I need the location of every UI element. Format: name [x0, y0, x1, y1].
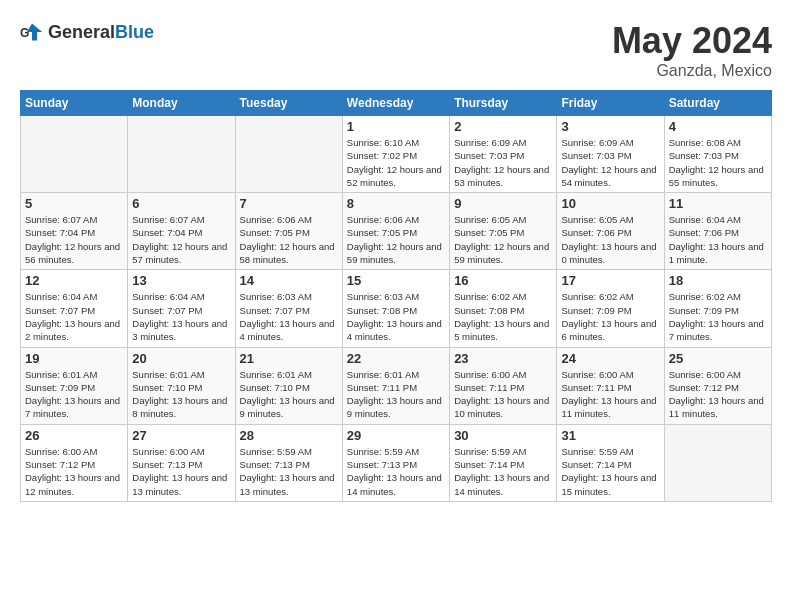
day-number: 10 [561, 196, 659, 211]
day-info: Sunrise: 6:07 AM Sunset: 7:04 PM Dayligh… [25, 213, 123, 266]
table-row: 9 Sunrise: 6:05 AM Sunset: 7:05 PM Dayli… [450, 193, 557, 270]
day-number: 13 [132, 273, 230, 288]
table-row: 21 Sunrise: 6:01 AM Sunset: 7:10 PM Dayl… [235, 347, 342, 424]
day-number: 3 [561, 119, 659, 134]
day-number: 21 [240, 351, 338, 366]
header-saturday: Saturday [664, 91, 771, 116]
day-number: 15 [347, 273, 445, 288]
table-row: 31 Sunrise: 5:59 AM Sunset: 7:14 PM Dayl… [557, 424, 664, 501]
day-info: Sunrise: 6:01 AM Sunset: 7:11 PM Dayligh… [347, 368, 445, 421]
logo-text-blue: Blue [115, 22, 154, 42]
day-number: 12 [25, 273, 123, 288]
day-info: Sunrise: 6:06 AM Sunset: 7:05 PM Dayligh… [347, 213, 445, 266]
day-info: Sunrise: 6:03 AM Sunset: 7:08 PM Dayligh… [347, 290, 445, 343]
day-number: 5 [25, 196, 123, 211]
day-info: Sunrise: 6:00 AM Sunset: 7:11 PM Dayligh… [561, 368, 659, 421]
table-row: 23 Sunrise: 6:00 AM Sunset: 7:11 PM Dayl… [450, 347, 557, 424]
day-number: 4 [669, 119, 767, 134]
day-info: Sunrise: 6:09 AM Sunset: 7:03 PM Dayligh… [561, 136, 659, 189]
day-info: Sunrise: 5:59 AM Sunset: 7:14 PM Dayligh… [454, 445, 552, 498]
calendar-week-row: 19 Sunrise: 6:01 AM Sunset: 7:09 PM Dayl… [21, 347, 772, 424]
day-number: 23 [454, 351, 552, 366]
day-number: 9 [454, 196, 552, 211]
day-number: 16 [454, 273, 552, 288]
day-info: Sunrise: 6:00 AM Sunset: 7:12 PM Dayligh… [669, 368, 767, 421]
day-info: Sunrise: 6:02 AM Sunset: 7:08 PM Dayligh… [454, 290, 552, 343]
table-row: 5 Sunrise: 6:07 AM Sunset: 7:04 PM Dayli… [21, 193, 128, 270]
title-block: May 2024 Ganzda, Mexico [612, 20, 772, 80]
day-info: Sunrise: 6:09 AM Sunset: 7:03 PM Dayligh… [454, 136, 552, 189]
table-row [21, 116, 128, 193]
day-info: Sunrise: 5:59 AM Sunset: 7:13 PM Dayligh… [347, 445, 445, 498]
calendar-week-row: 12 Sunrise: 6:04 AM Sunset: 7:07 PM Dayl… [21, 270, 772, 347]
header-sunday: Sunday [21, 91, 128, 116]
day-info: Sunrise: 6:00 AM Sunset: 7:13 PM Dayligh… [132, 445, 230, 498]
day-number: 8 [347, 196, 445, 211]
table-row: 18 Sunrise: 6:02 AM Sunset: 7:09 PM Dayl… [664, 270, 771, 347]
header-monday: Monday [128, 91, 235, 116]
table-row [664, 424, 771, 501]
day-info: Sunrise: 6:04 AM Sunset: 7:07 PM Dayligh… [132, 290, 230, 343]
table-row: 19 Sunrise: 6:01 AM Sunset: 7:09 PM Dayl… [21, 347, 128, 424]
header-thursday: Thursday [450, 91, 557, 116]
table-row: 8 Sunrise: 6:06 AM Sunset: 7:05 PM Dayli… [342, 193, 449, 270]
day-number: 26 [25, 428, 123, 443]
day-info: Sunrise: 6:00 AM Sunset: 7:11 PM Dayligh… [454, 368, 552, 421]
day-info: Sunrise: 6:04 AM Sunset: 7:06 PM Dayligh… [669, 213, 767, 266]
calendar-week-row: 5 Sunrise: 6:07 AM Sunset: 7:04 PM Dayli… [21, 193, 772, 270]
table-row [128, 116, 235, 193]
day-number: 22 [347, 351, 445, 366]
day-number: 31 [561, 428, 659, 443]
day-number: 11 [669, 196, 767, 211]
day-number: 6 [132, 196, 230, 211]
day-info: Sunrise: 6:05 AM Sunset: 7:05 PM Dayligh… [454, 213, 552, 266]
day-number: 27 [132, 428, 230, 443]
day-info: Sunrise: 6:04 AM Sunset: 7:07 PM Dayligh… [25, 290, 123, 343]
day-info: Sunrise: 6:05 AM Sunset: 7:06 PM Dayligh… [561, 213, 659, 266]
table-row: 2 Sunrise: 6:09 AM Sunset: 7:03 PM Dayli… [450, 116, 557, 193]
day-info: Sunrise: 6:03 AM Sunset: 7:07 PM Dayligh… [240, 290, 338, 343]
table-row: 30 Sunrise: 5:59 AM Sunset: 7:14 PM Dayl… [450, 424, 557, 501]
day-number: 19 [25, 351, 123, 366]
table-row: 15 Sunrise: 6:03 AM Sunset: 7:08 PM Dayl… [342, 270, 449, 347]
location: Ganzda, Mexico [612, 62, 772, 80]
table-row: 25 Sunrise: 6:00 AM Sunset: 7:12 PM Dayl… [664, 347, 771, 424]
day-number: 17 [561, 273, 659, 288]
table-row: 14 Sunrise: 6:03 AM Sunset: 7:07 PM Dayl… [235, 270, 342, 347]
day-info: Sunrise: 5:59 AM Sunset: 7:13 PM Dayligh… [240, 445, 338, 498]
table-row: 24 Sunrise: 6:00 AM Sunset: 7:11 PM Dayl… [557, 347, 664, 424]
day-info: Sunrise: 6:06 AM Sunset: 7:05 PM Dayligh… [240, 213, 338, 266]
table-row [235, 116, 342, 193]
day-info: Sunrise: 6:02 AM Sunset: 7:09 PM Dayligh… [669, 290, 767, 343]
table-row: 13 Sunrise: 6:04 AM Sunset: 7:07 PM Dayl… [128, 270, 235, 347]
calendar-week-row: 1 Sunrise: 6:10 AM Sunset: 7:02 PM Dayli… [21, 116, 772, 193]
calendar-table: Sunday Monday Tuesday Wednesday Thursday… [20, 90, 772, 502]
table-row: 16 Sunrise: 6:02 AM Sunset: 7:08 PM Dayl… [450, 270, 557, 347]
table-row: 10 Sunrise: 6:05 AM Sunset: 7:06 PM Dayl… [557, 193, 664, 270]
day-info: Sunrise: 6:08 AM Sunset: 7:03 PM Dayligh… [669, 136, 767, 189]
table-row: 17 Sunrise: 6:02 AM Sunset: 7:09 PM Dayl… [557, 270, 664, 347]
svg-text:G: G [20, 26, 29, 40]
table-row: 6 Sunrise: 6:07 AM Sunset: 7:04 PM Dayli… [128, 193, 235, 270]
table-row: 3 Sunrise: 6:09 AM Sunset: 7:03 PM Dayli… [557, 116, 664, 193]
day-number: 28 [240, 428, 338, 443]
day-number: 1 [347, 119, 445, 134]
day-info: Sunrise: 6:01 AM Sunset: 7:09 PM Dayligh… [25, 368, 123, 421]
table-row: 20 Sunrise: 6:01 AM Sunset: 7:10 PM Dayl… [128, 347, 235, 424]
day-number: 29 [347, 428, 445, 443]
day-number: 18 [669, 273, 767, 288]
day-info: Sunrise: 5:59 AM Sunset: 7:14 PM Dayligh… [561, 445, 659, 498]
day-number: 2 [454, 119, 552, 134]
day-info: Sunrise: 6:01 AM Sunset: 7:10 PM Dayligh… [132, 368, 230, 421]
logo-icon: G [20, 20, 44, 44]
day-number: 24 [561, 351, 659, 366]
day-info: Sunrise: 6:00 AM Sunset: 7:12 PM Dayligh… [25, 445, 123, 498]
table-row: 4 Sunrise: 6:08 AM Sunset: 7:03 PM Dayli… [664, 116, 771, 193]
logo-text-general: General [48, 22, 115, 42]
header-tuesday: Tuesday [235, 91, 342, 116]
table-row: 27 Sunrise: 6:00 AM Sunset: 7:13 PM Dayl… [128, 424, 235, 501]
day-number: 30 [454, 428, 552, 443]
day-number: 7 [240, 196, 338, 211]
month-year: May 2024 [612, 20, 772, 62]
header-friday: Friday [557, 91, 664, 116]
